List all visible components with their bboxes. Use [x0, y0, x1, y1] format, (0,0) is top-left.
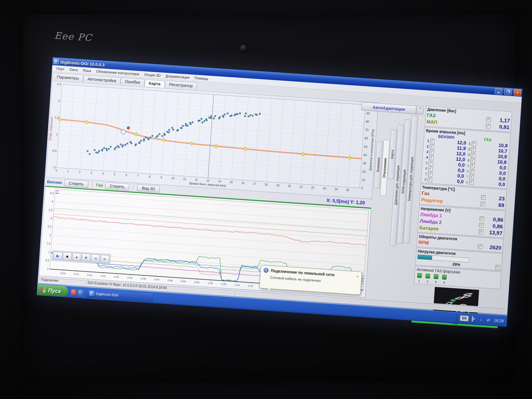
benzin-injection-checkbox[interactable]: ✓	[428, 166, 433, 171]
balloon-close-icon[interactable]: ×	[356, 274, 359, 278]
svg-text:9: 9	[160, 176, 162, 179]
taskbar-app-icon: D	[89, 291, 94, 296]
erase-benzin-button[interactable]: Стереть	[64, 179, 88, 188]
voltage-checkbox[interactable]: ✓	[479, 223, 484, 228]
load-checkbox[interactable]: ✓	[495, 265, 500, 270]
benzin-injector-index: 3	[425, 150, 429, 154]
menu-item-Помощь[interactable]: Помощь	[192, 75, 211, 81]
gas-injection-checkbox[interactable]: ✓	[470, 163, 475, 168]
injector-number: 2	[426, 280, 428, 283]
temperature-checkbox[interactable]: ✓	[481, 195, 486, 200]
language-indicator[interactable]: EN	[460, 315, 469, 321]
gas-injector-index: 4	[466, 158, 470, 162]
benzin-injection-checkbox[interactable]: ✓	[428, 177, 432, 182]
svg-text:4: 4	[52, 200, 53, 203]
svg-text:24: 24	[334, 188, 338, 191]
svg-text:0: 0	[47, 267, 49, 270]
arrow-down-icon: ▼	[84, 255, 88, 260]
gas-injection-checkbox[interactable]: ✓	[470, 158, 475, 163]
svg-text:7: 7	[137, 174, 139, 177]
temperature-checkbox[interactable]: ✓	[480, 202, 485, 206]
volume-icon[interactable]: ♪	[478, 317, 484, 322]
gas-injector-index: 5	[466, 163, 469, 168]
minimize-button[interactable]	[495, 88, 502, 94]
erase-gas-button[interactable]: Стереть	[105, 182, 129, 190]
gas-injection-checkbox[interactable]: ✓	[472, 141, 476, 146]
benzin-injector-index: 5	[424, 160, 428, 165]
benzin-injector-index: 6	[424, 166, 428, 170]
benzin-injector-index: 2	[425, 144, 429, 149]
adaptation-icon-button[interactable]: ✳	[416, 106, 424, 115]
tab-Карта[interactable]: Карта	[144, 80, 165, 88]
svg-text:90: 90	[366, 112, 370, 115]
chart-column: 0123456789101112131415161718192021222324…	[39, 81, 378, 298]
step-back-button[interactable]: ◄	[91, 254, 100, 262]
restore-button[interactable]	[504, 89, 512, 95]
voltage-checkbox[interactable]: ✓	[479, 230, 484, 234]
svg-text:11: 11	[183, 178, 186, 181]
map-chart-plot[interactable]: 0123456789101112131415161718192021222324…	[46, 81, 378, 198]
menu-item-Порт[interactable]: Порт	[54, 66, 67, 72]
menu-item-Окно[interactable]: Окно	[67, 66, 80, 73]
gas-injection-checkbox[interactable]: ✓	[469, 175, 474, 179]
laptop-brand-logo: Eee PC	[54, 30, 93, 43]
svg-text:0:10: 0:10	[74, 272, 79, 276]
sparkle-icon: ✳	[419, 106, 422, 110]
taskbar-app-label: Digitronic-DGI	[96, 291, 118, 297]
injector-number: 3	[435, 280, 437, 283]
gas-injection-checkbox[interactable]: ✓	[470, 169, 474, 174]
gas-injection-checkbox[interactable]: ✓	[471, 147, 476, 152]
minimize-icon	[497, 92, 500, 93]
benzin-injection-checkbox[interactable]: ✓	[430, 139, 435, 143]
svg-text:25: 25	[346, 188, 349, 192]
svg-text:20: 20	[362, 170, 366, 173]
rpm-checkbox[interactable]: ✓	[478, 244, 482, 249]
record-button[interactable]: ●	[72, 253, 81, 261]
svg-text:1:10: 1:10	[234, 283, 240, 287]
view-3d-button[interactable]: Вид 3D	[137, 184, 160, 192]
start-button[interactable]: Пуск	[37, 284, 68, 297]
svg-text:3: 3	[50, 217, 52, 220]
voltage-checkbox[interactable]: ✓	[480, 216, 484, 221]
quick-launch-icon-2[interactable]	[78, 290, 83, 295]
quick-launch-icon-1[interactable]	[71, 289, 76, 295]
benzin-injection-checkbox[interactable]: ✓	[429, 150, 434, 154]
svg-text:1: 1	[67, 170, 69, 173]
close-button[interactable]: ×	[513, 89, 521, 96]
play-button[interactable]: ▶	[53, 252, 63, 260]
svg-text:1:05: 1:05	[221, 282, 226, 286]
menu-item-Язык[interactable]: Язык	[80, 67, 94, 73]
injector-icon	[434, 274, 438, 279]
step-forward-button[interactable]: ►	[100, 255, 110, 263]
benzin-injection-checkbox[interactable]: ✓	[429, 161, 433, 165]
svg-text:0:05: 0:05	[60, 272, 66, 275]
benzin-injection-checkbox[interactable]: ✓	[429, 155, 434, 160]
load-progress-fill	[418, 255, 432, 260]
svg-text:21: 21	[300, 185, 303, 189]
gas-injector-index: 6	[465, 169, 469, 173]
gas-injection-checkbox[interactable]: ✓	[469, 180, 474, 185]
menu-item-Опции 3D[interactable]: Опции 3D	[142, 71, 163, 78]
download-button[interactable]: ▼	[81, 254, 91, 262]
svg-text:1: 1	[56, 132, 58, 136]
close-icon: ×	[516, 90, 519, 94]
svg-text:12: 12	[195, 178, 198, 181]
benzin-injection-checkbox[interactable]: ✓	[430, 144, 434, 149]
pressure-checkbox[interactable]: ✓	[486, 117, 491, 122]
cursor-readout: X: 5,5[ms] Y: 1,20	[326, 198, 370, 206]
svg-text:80: 80	[366, 120, 369, 124]
network-disconnected-icon[interactable]: ×	[471, 317, 476, 321]
usb-icon[interactable]: ⇄	[486, 318, 491, 322]
svg-text:1,5: 1,5	[47, 242, 51, 245]
injector-icon	[417, 273, 422, 278]
stop-button[interactable]: ■	[63, 252, 72, 260]
gas-injection-checkbox[interactable]: ✓	[471, 152, 475, 157]
svg-text:0: 0	[361, 186, 363, 190]
pressure-checkbox[interactable]: ✓	[486, 124, 490, 129]
svg-text:70: 70	[365, 128, 369, 132]
benzin-injection-checkbox[interactable]: ✓	[428, 172, 433, 177]
pressure-value: 0,81	[492, 123, 510, 131]
svg-text:3,5: 3,5	[49, 208, 53, 212]
benzin-injector-index: 8	[423, 177, 427, 181]
svg-text:2: 2	[49, 234, 51, 237]
